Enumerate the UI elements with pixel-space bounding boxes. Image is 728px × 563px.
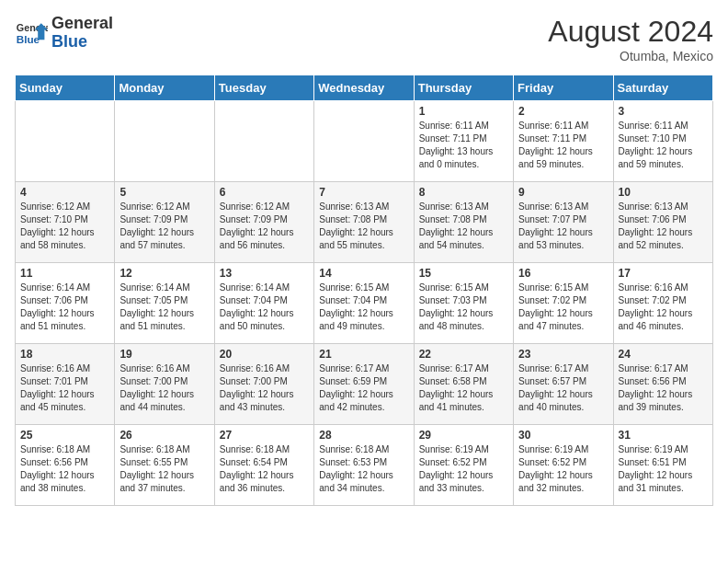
location: Otumba, Mexico — [548, 49, 713, 63]
logo-blue: Blue — [51, 32, 87, 51]
day-info: Sunrise: 6:16 AM Sunset: 7:00 PM Dayligh… — [220, 362, 309, 414]
day-cell: 15Sunrise: 6:15 AM Sunset: 7:03 PM Dayli… — [414, 263, 513, 344]
day-number: 19 — [119, 348, 209, 361]
calendar-body: 1Sunrise: 6:11 AM Sunset: 7:11 PM Daylig… — [16, 101, 713, 506]
day-cell — [314, 101, 414, 182]
day-number: 14 — [319, 267, 408, 280]
day-info: Sunrise: 6:15 AM Sunset: 7:03 PM Dayligh… — [419, 282, 508, 333]
day-info: Sunrise: 6:13 AM Sunset: 7:07 PM Dayligh… — [518, 201, 608, 252]
day-number: 15 — [419, 267, 508, 280]
day-cell: 25Sunrise: 6:18 AM Sunset: 6:56 PM Dayli… — [16, 425, 115, 506]
day-info: Sunrise: 6:13 AM Sunset: 7:06 PM Dayligh… — [619, 201, 708, 252]
day-number: 12 — [119, 267, 209, 280]
day-number: 24 — [619, 348, 708, 361]
day-cell: 1Sunrise: 6:11 AM Sunset: 7:11 PM Daylig… — [414, 101, 513, 182]
header-sunday: Sunday — [16, 75, 115, 101]
header-tuesday: Tuesday — [214, 75, 313, 101]
week-row-1: 1Sunrise: 6:11 AM Sunset: 7:11 PM Daylig… — [16, 101, 713, 182]
week-row-2: 4Sunrise: 6:12 AM Sunset: 7:10 PM Daylig… — [16, 182, 713, 263]
day-cell — [214, 101, 313, 182]
day-number: 10 — [619, 186, 708, 199]
day-number: 21 — [319, 348, 408, 361]
day-info: Sunrise: 6:18 AM Sunset: 6:53 PM Dayligh… — [319, 443, 408, 495]
header-wednesday: Wednesday — [314, 75, 414, 101]
page-header: General Blue General Blue August 2024 Ot… — [15, 15, 713, 63]
day-number: 2 — [518, 105, 608, 118]
day-number: 8 — [419, 186, 508, 199]
logo-text: General Blue — [51, 15, 113, 52]
day-cell: 22Sunrise: 6:17 AM Sunset: 6:58 PM Dayli… — [414, 344, 513, 425]
day-cell: 19Sunrise: 6:16 AM Sunset: 7:00 PM Dayli… — [115, 344, 214, 425]
day-cell: 18Sunrise: 6:16 AM Sunset: 7:01 PM Dayli… — [16, 344, 115, 425]
day-number: 3 — [619, 105, 708, 118]
month-year: August 2024 — [548, 15, 713, 49]
day-info: Sunrise: 6:17 AM Sunset: 6:58 PM Dayligh… — [419, 362, 508, 414]
day-number: 6 — [220, 186, 309, 199]
day-number: 4 — [20, 186, 109, 199]
day-cell: 17Sunrise: 6:16 AM Sunset: 7:02 PM Dayli… — [613, 263, 712, 344]
svg-text:Blue: Blue — [17, 33, 40, 45]
day-info: Sunrise: 6:13 AM Sunset: 7:08 PM Dayligh… — [419, 201, 508, 252]
day-number: 7 — [319, 186, 408, 199]
day-cell: 6Sunrise: 6:12 AM Sunset: 7:09 PM Daylig… — [214, 182, 313, 263]
day-info: Sunrise: 6:12 AM Sunset: 7:09 PM Dayligh… — [119, 201, 209, 252]
day-info: Sunrise: 6:16 AM Sunset: 7:01 PM Dayligh… — [20, 362, 109, 414]
week-row-4: 18Sunrise: 6:16 AM Sunset: 7:01 PM Dayli… — [16, 344, 713, 425]
day-info: Sunrise: 6:18 AM Sunset: 6:55 PM Dayligh… — [119, 443, 209, 495]
day-info: Sunrise: 6:15 AM Sunset: 7:02 PM Dayligh… — [518, 282, 608, 333]
day-info: Sunrise: 6:18 AM Sunset: 6:54 PM Dayligh… — [220, 443, 309, 495]
day-info: Sunrise: 6:16 AM Sunset: 7:00 PM Dayligh… — [119, 362, 209, 414]
day-cell: 24Sunrise: 6:17 AM Sunset: 6:56 PM Dayli… — [613, 344, 712, 425]
day-info: Sunrise: 6:15 AM Sunset: 7:04 PM Dayligh… — [319, 282, 408, 333]
day-cell: 5Sunrise: 6:12 AM Sunset: 7:09 PM Daylig… — [115, 182, 214, 263]
day-cell: 2Sunrise: 6:11 AM Sunset: 7:11 PM Daylig… — [514, 101, 613, 182]
day-cell: 30Sunrise: 6:19 AM Sunset: 6:52 PM Dayli… — [514, 425, 613, 506]
day-cell: 16Sunrise: 6:15 AM Sunset: 7:02 PM Dayli… — [514, 263, 613, 344]
header-saturday: Saturday — [613, 75, 712, 101]
day-cell: 9Sunrise: 6:13 AM Sunset: 7:07 PM Daylig… — [514, 182, 613, 263]
day-cell: 28Sunrise: 6:18 AM Sunset: 6:53 PM Dayli… — [314, 425, 414, 506]
header-monday: Monday — [115, 75, 214, 101]
week-row-5: 25Sunrise: 6:18 AM Sunset: 6:56 PM Dayli… — [16, 425, 713, 506]
day-cell: 8Sunrise: 6:13 AM Sunset: 7:08 PM Daylig… — [414, 182, 513, 263]
day-info: Sunrise: 6:11 AM Sunset: 7:10 PM Dayligh… — [619, 120, 708, 171]
day-number: 11 — [20, 267, 109, 280]
day-cell: 12Sunrise: 6:14 AM Sunset: 7:05 PM Dayli… — [115, 263, 214, 344]
day-info: Sunrise: 6:13 AM Sunset: 7:08 PM Dayligh… — [319, 201, 408, 252]
day-cell: 13Sunrise: 6:14 AM Sunset: 7:04 PM Dayli… — [214, 263, 313, 344]
day-info: Sunrise: 6:12 AM Sunset: 7:10 PM Dayligh… — [20, 201, 109, 252]
day-number: 17 — [619, 267, 708, 280]
day-info: Sunrise: 6:17 AM Sunset: 6:56 PM Dayligh… — [619, 362, 708, 414]
day-number: 18 — [20, 348, 109, 361]
day-number: 31 — [619, 429, 708, 442]
day-cell: 29Sunrise: 6:19 AM Sunset: 6:52 PM Dayli… — [414, 425, 513, 506]
day-cell — [115, 101, 214, 182]
day-number: 27 — [220, 429, 309, 442]
day-info: Sunrise: 6:19 AM Sunset: 6:52 PM Dayligh… — [419, 443, 508, 495]
day-cell: 4Sunrise: 6:12 AM Sunset: 7:10 PM Daylig… — [16, 182, 115, 263]
day-cell: 11Sunrise: 6:14 AM Sunset: 7:06 PM Dayli… — [16, 263, 115, 344]
day-info: Sunrise: 6:14 AM Sunset: 7:06 PM Dayligh… — [20, 282, 109, 333]
day-number: 13 — [220, 267, 309, 280]
calendar-header-row: SundayMondayTuesdayWednesdayThursdayFrid… — [16, 75, 713, 101]
day-cell: 14Sunrise: 6:15 AM Sunset: 7:04 PM Dayli… — [314, 263, 414, 344]
day-info: Sunrise: 6:14 AM Sunset: 7:04 PM Dayligh… — [220, 282, 309, 333]
day-info: Sunrise: 6:11 AM Sunset: 7:11 PM Dayligh… — [518, 120, 608, 171]
day-number: 29 — [419, 429, 508, 442]
day-number: 22 — [419, 348, 508, 361]
logo-icon: General Blue — [15, 17, 48, 50]
calendar-table: SundayMondayTuesdayWednesdayThursdayFrid… — [15, 75, 713, 506]
day-info: Sunrise: 6:18 AM Sunset: 6:56 PM Dayligh… — [20, 443, 109, 495]
day-cell: 20Sunrise: 6:16 AM Sunset: 7:00 PM Dayli… — [214, 344, 313, 425]
day-number: 30 — [518, 429, 608, 442]
day-info: Sunrise: 6:19 AM Sunset: 6:52 PM Dayligh… — [518, 443, 608, 495]
day-cell — [16, 101, 115, 182]
day-cell: 27Sunrise: 6:18 AM Sunset: 6:54 PM Dayli… — [214, 425, 313, 506]
day-info: Sunrise: 6:17 AM Sunset: 6:57 PM Dayligh… — [518, 362, 608, 414]
day-cell: 31Sunrise: 6:19 AM Sunset: 6:51 PM Dayli… — [613, 425, 712, 506]
day-number: 5 — [119, 186, 209, 199]
day-info: Sunrise: 6:12 AM Sunset: 7:09 PM Dayligh… — [220, 201, 309, 252]
day-info: Sunrise: 6:17 AM Sunset: 6:59 PM Dayligh… — [319, 362, 408, 414]
day-number: 28 — [319, 429, 408, 442]
day-cell: 21Sunrise: 6:17 AM Sunset: 6:59 PM Dayli… — [314, 344, 414, 425]
